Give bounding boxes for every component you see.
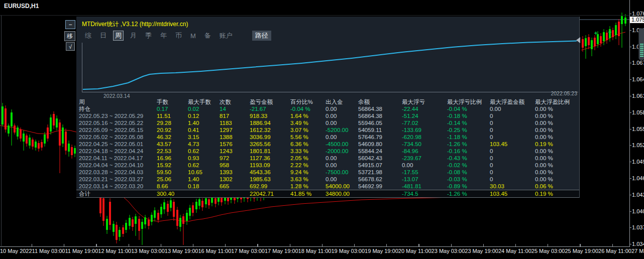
table-cell: 0 — [487, 112, 532, 119]
table-cell — [356, 190, 399, 197]
table-cell: 3.15 — [185, 134, 217, 141]
panel-edge-arrow-icon[interactable] — [576, 37, 580, 43]
column-header: 盈亏金额 — [247, 98, 288, 105]
row-label: 2022.04.18 ~ 2022.04.24 — [76, 148, 154, 155]
table-cell: 56678.62 — [356, 176, 399, 183]
table-cell: 16.96 — [154, 155, 185, 162]
table-cell: -0.18 % — [445, 112, 487, 119]
table-cell: 1.64 % — [288, 112, 323, 119]
table-cell: -734.5 — [399, 190, 445, 197]
table-cell: 0 — [487, 176, 532, 183]
table-row: 2022.05.09 ~ 2022.05.1520.920.4112971612… — [76, 126, 579, 134]
time-axis-label: 13 May 19:00 — [165, 248, 198, 254]
table-cell: 1.40 — [185, 176, 217, 183]
table-cell: 0.62 — [185, 162, 217, 169]
table-cell: 0.00 — [487, 105, 532, 112]
table-row: 2022.03.14 ~ 2022.03.208.660.18665692.99… — [76, 183, 579, 190]
table-cell: 1297 — [217, 126, 247, 134]
price-axis-label: 1.03715 — [632, 224, 644, 230]
column-header: 余额 — [356, 98, 399, 105]
time-axis-label: 11 May 03:00 — [32, 248, 65, 254]
table-cell: 0.00 % — [532, 134, 579, 141]
table-cell: 2.22 % — [288, 162, 323, 169]
table-cell: -1.18 % — [445, 134, 487, 141]
table-cell: 54000.00 — [323, 183, 356, 190]
edge-scrollbar[interactable] — [638, 28, 644, 60]
table-cell: 11.51 — [154, 112, 185, 119]
row-label: 2022.04.11 ~ 2022.04.17 — [76, 155, 154, 162]
table-cell: 817 — [217, 112, 247, 119]
row-label: 2022.05.09 ~ 2022.05.15 — [76, 126, 154, 134]
table-cell: 3.33 % — [288, 148, 323, 155]
table-cell: 0.00 — [323, 134, 356, 141]
price-axis-label: 1.04620 — [632, 175, 644, 181]
equity-y-axis — [82, 43, 82, 92]
price-axis-label: 1.04925 — [632, 159, 644, 165]
table-cell: 0.00 % — [532, 105, 579, 112]
table-cell: 55946.05 — [356, 119, 399, 126]
table-cell: -13.07 — [399, 176, 445, 183]
table-cell: 0.00 % — [532, 162, 579, 169]
table-row: 2022.05.23 ~ 2022.05.2911.510.12817918.3… — [76, 112, 579, 119]
table-cell: -4500.00 — [323, 141, 356, 148]
table-cell: 0.93 — [185, 155, 217, 162]
table-cell: -481.81 — [399, 183, 445, 190]
row-label: 2022.04.25 ~ 2022.05.01 — [76, 141, 154, 148]
row-label: 2022.05.16 ~ 2022.05.22 — [76, 119, 154, 126]
apply-button[interactable]: √ — [66, 42, 75, 51]
table-row: 2022.04.11 ~ 2022.04.1716.960.939721127.… — [76, 155, 579, 162]
time-axis-label: 16 May 11:00 — [198, 248, 231, 254]
table-cell: -77.02 — [399, 119, 445, 126]
table-cell: 0.19 % — [532, 190, 579, 197]
table-cell: -620.98 — [399, 134, 445, 141]
time-axis-label: 23 May 03:00 — [432, 248, 465, 254]
price-axis-label: 1.06440 — [632, 76, 644, 82]
table-cell: 0 — [487, 169, 532, 176]
table-cell: 958 — [217, 162, 247, 169]
table-row: 2022.05.02 ~ 2022.05.0846.323.1513883036… — [76, 134, 579, 141]
table-cell: 3.07 % — [288, 126, 323, 134]
time-axis: 10 May 202211 May 03:0011 May 19:0012 Ma… — [0, 248, 644, 254]
collapse-button[interactable]: − — [65, 20, 75, 29]
table-cell: 0.00 % — [532, 169, 579, 176]
table-cell: 57646.79 — [356, 134, 399, 141]
table-row: 持仓0.170.0214-21.67-0.04 %0.0056864.38-22… — [76, 105, 579, 112]
time-axis-label: 24 May 11:00 — [498, 248, 531, 254]
table-cell: 0.00 % — [532, 176, 579, 183]
table-cell: 6.36 % — [288, 141, 323, 148]
table-cell: 34800.00 — [323, 190, 356, 197]
table-cell: 0.02 — [185, 105, 217, 112]
time-axis-label: 17 May 19:00 — [265, 248, 298, 254]
table-cell: 54915.07 — [356, 162, 399, 169]
table-cell: 56864.38 — [356, 105, 399, 112]
column-header: 周 — [76, 98, 154, 105]
table-cell: 0.00 — [323, 155, 356, 162]
row-label: 2022.03.14 ~ 2022.03.20 — [76, 183, 154, 190]
table-cell: 1801.81 — [247, 148, 288, 155]
table-cell: 0.00 % — [532, 119, 579, 126]
table-cell: -0.16 % — [445, 148, 487, 155]
table-cell: 0.00 — [399, 162, 445, 169]
table-cell: 1302 — [217, 176, 247, 183]
time-axis-label: 12 May 11:00 — [98, 248, 131, 254]
price-axis-label: 1.04015 — [632, 208, 644, 214]
table-cell: 1183 — [217, 119, 247, 126]
table-cell: -133.69 — [399, 126, 445, 134]
table-cell: 14 — [217, 105, 247, 112]
column-header: 最大浮盈金额 — [487, 98, 532, 105]
row-label: 2022.05.02 ~ 2022.05.08 — [76, 134, 154, 141]
table-cell: -84.96 — [399, 148, 445, 155]
table-cell: 55844.24 — [356, 148, 399, 155]
time-axis-label: 26 May 11:00 — [598, 248, 631, 254]
table-cell: 1612.32 — [247, 126, 288, 134]
row-label: 2022.04.04 ~ 2022.04.10 — [76, 162, 154, 169]
column-header: 最大手数 — [185, 98, 217, 105]
move-button[interactable]: 移 — [64, 31, 75, 41]
time-axis-label: 25 May 19:00 — [565, 248, 598, 254]
table-cell: -51.24 — [399, 112, 445, 119]
stats-panel: MTDriver统计 ,V3.12 (http://mtdriver.cn) 综… — [76, 17, 580, 198]
table-cell: -5200.00 — [323, 126, 356, 134]
table-cell: 15.92 — [154, 162, 185, 169]
top-divider — [0, 15, 644, 16]
table-cell: 103.45 — [487, 190, 532, 197]
